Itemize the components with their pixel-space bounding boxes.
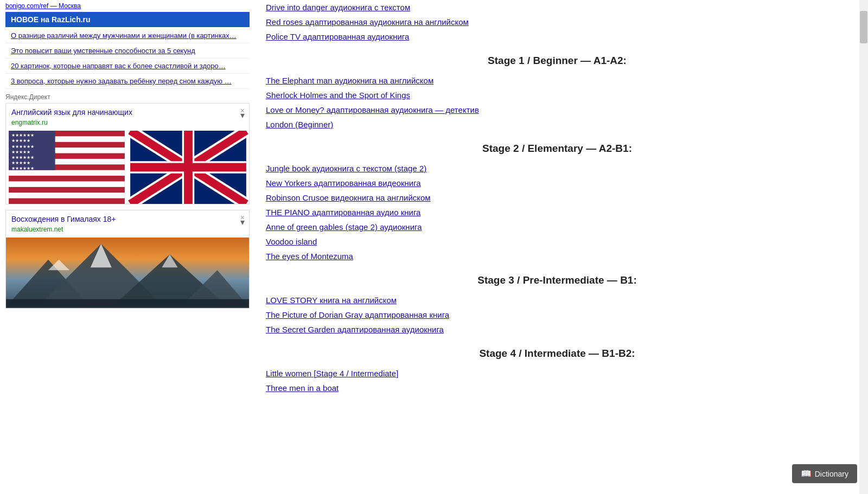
stage1-link-item[interactable]: Sherlock Holmes and the Sport of Kings	[266, 88, 848, 102]
stage1-link-item[interactable]: London (Beginner)	[266, 117, 848, 132]
svg-rect-6	[9, 193, 125, 198]
yandex-direct-label: Яндекс.Директ	[5, 89, 250, 103]
ad2-url: makaluextrem.net	[11, 226, 233, 233]
stage3-heading: Stage 3 / Pre-Intermediate — B1:	[266, 274, 848, 286]
svg-rect-23	[184, 131, 193, 204]
dictionary-label: Dictionary	[815, 470, 848, 478]
svg-rect-32	[6, 299, 249, 307]
stage1-link-item[interactable]: The Elephant man аудиокнига на английско…	[266, 73, 848, 88]
novoe-block: НОВОЕ на RazLich.ru	[5, 12, 250, 27]
ad1-image: ★★★★★★ ★★★★★ ★★★★★★ ★★★★★ ★★★★★★ ★★★★★ ★…	[6, 131, 249, 204]
main-content: Drive into danger аудиокнига с текстомRe…	[255, 0, 859, 494]
uk-flag-icon	[127, 131, 249, 204]
svg-text:★★★★★★: ★★★★★★	[11, 166, 34, 171]
svg-text:★★★★★: ★★★★★	[11, 150, 30, 155]
stage4-link-item[interactable]: Little women [Stage 4 / Intermediate]	[266, 366, 848, 381]
ad1-header: × Английский язык для начинающих engmatr…	[6, 104, 249, 131]
top-link-item[interactable]: Police TV адаптированная аудиокнига	[266, 29, 848, 44]
ad1-url: engmatrix.ru	[11, 119, 233, 126]
scrollbar-thumb[interactable]	[860, 11, 867, 43]
stage1-heading: Stage 1 / Beginner — A1-A2:	[266, 55, 848, 67]
stage1-link-item[interactable]: Love or Money? адаптированная аудиокнига…	[266, 102, 848, 117]
top-link[interactable]: bonigo.com/ref — Москва	[5, 0, 250, 12]
ad-block-2: × Восхождения в Гималаях 18+ makaluextre…	[5, 210, 250, 309]
stage2-link-item[interactable]: Voodoo island	[266, 234, 848, 249]
stage3-link-item[interactable]: The Picture of Dorian Gray адаптированна…	[266, 307, 848, 322]
stage2-link-item[interactable]: Anne of green gables (stage 2) аудиокниг…	[266, 220, 848, 234]
ad-block-1: × Английский язык для начинающих engmatr…	[5, 103, 250, 204]
dictionary-button[interactable]: 📖 Dictionary	[792, 464, 857, 483]
sidebar: bonigo.com/ref — Москва НОВОЕ на RazLich…	[0, 0, 255, 494]
ad2-header: × Восхождения в Гималаях 18+ makaluextre…	[6, 210, 249, 238]
svg-text:★★★★★: ★★★★★	[11, 138, 30, 143]
svg-rect-5	[9, 181, 125, 187]
svg-text:★★★★★★: ★★★★★★	[11, 155, 34, 160]
book-icon: 📖	[801, 469, 812, 479]
sidebar-news-list: О разнице различий между мужчинами и жен…	[5, 28, 250, 89]
svg-text:★★★★★★: ★★★★★★	[11, 133, 34, 138]
svg-text:★★★★★: ★★★★★	[11, 161, 30, 165]
us-flag-icon: ★★★★★★ ★★★★★ ★★★★★★ ★★★★★ ★★★★★★ ★★★★★ ★…	[6, 131, 127, 204]
stage4-link-item[interactable]: Three men in a boat	[266, 381, 848, 395]
stage2-link-item[interactable]: Jungle book аудиокнига с текстом (stage …	[266, 161, 848, 176]
svg-text:★★★★★★: ★★★★★★	[11, 144, 34, 149]
svg-rect-4	[9, 170, 125, 176]
stage3-link-item[interactable]: LOVE STORY книга на английском	[266, 293, 848, 307]
stage2-heading: Stage 2 / Elementary — A2-B1:	[266, 143, 848, 155]
stage2-link-item[interactable]: The eyes of Montezuma	[266, 249, 848, 264]
sidebar-news-item[interactable]: 3 вопроса, которые нужно задавать ребёнк…	[5, 74, 250, 89]
stage2-link-item[interactable]: Robinson Crusoe видеокнига на английском	[266, 190, 848, 205]
stage1-links: The Elephant man аудиокнига на английско…	[266, 73, 848, 132]
stage4-links: Little women [Stage 4 / Intermediate]Thr…	[266, 366, 848, 395]
top-link-item[interactable]: Drive into danger аудиокнига с текстом	[266, 0, 848, 15]
scrollbar[interactable]	[859, 0, 868, 494]
sidebar-news-item[interactable]: 20 картинок, которые направят вас к боле…	[5, 59, 250, 74]
ad2-dropdown-icon[interactable]: ▾	[240, 217, 245, 227]
top-link-item[interactable]: Red roses адаптированная аудиокнига на а…	[266, 15, 848, 29]
stage2-link-item[interactable]: New Yorkers адаптированная видеокнига	[266, 176, 848, 190]
mountain-svg-icon	[6, 238, 249, 308]
stage2-links: Jungle book аудиокнига с текстом (stage …	[266, 161, 848, 264]
ad2-image	[6, 238, 249, 308]
stage3-links: LOVE STORY книга на английскомThe Pictur…	[266, 293, 848, 337]
stage3-link-item[interactable]: The Secret Garden адаптированная аудиокн…	[266, 322, 848, 337]
stage4-heading: Stage 4 / Intermediate — B1-B2:	[266, 348, 848, 360]
top-links: Drive into danger аудиокнига с текстомRe…	[266, 0, 848, 44]
ad1-dropdown-icon[interactable]: ▾	[240, 110, 245, 120]
sidebar-news-item[interactable]: О разнице различий между мужчинами и жен…	[5, 28, 250, 43]
stage2-link-item[interactable]: THE PIANO адаптированная аудио книга	[266, 205, 848, 220]
sidebar-news-item[interactable]: Это повысит ваши умственные способности …	[5, 43, 250, 59]
ad2-title[interactable]: Восхождения в Гималаях 18+	[11, 215, 233, 223]
ad1-title[interactable]: Английский язык для начинающих	[11, 108, 233, 117]
